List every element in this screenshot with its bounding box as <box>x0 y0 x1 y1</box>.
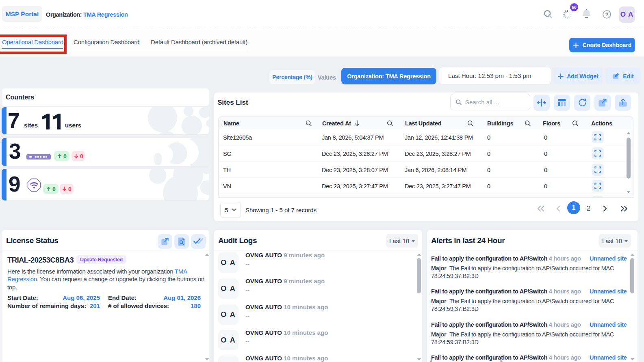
svg-text:?: ? <box>605 12 609 17</box>
